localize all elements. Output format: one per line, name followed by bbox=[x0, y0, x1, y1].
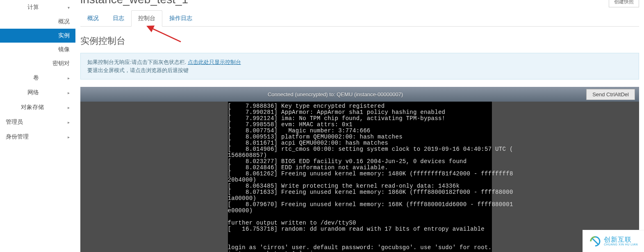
chevron-right-icon: ▸ bbox=[68, 135, 70, 139]
show-console-only-link[interactable]: 点击此处只显示控制台 bbox=[188, 59, 241, 65]
chevron-right-icon: ▸ bbox=[68, 76, 70, 80]
tabs: 概况 日志 控制台 操作日志 bbox=[80, 10, 639, 27]
section-title: 实例控制台 bbox=[80, 35, 639, 47]
tab-overview[interactable]: 概况 bbox=[80, 10, 106, 27]
send-ctrlaltdel-button[interactable]: Send CtrlAltDel bbox=[586, 89, 635, 100]
sidebar-group-compute[interactable]: 计算 ▾ bbox=[0, 0, 75, 15]
sidebar-item-network[interactable]: 网络 ▸ bbox=[0, 85, 75, 100]
chevron-right-icon: ▸ bbox=[68, 91, 70, 95]
tab-log[interactable]: 日志 bbox=[106, 10, 131, 27]
tab-console[interactable]: 控制台 bbox=[131, 10, 162, 27]
watermark-sub: CHUANG XIN HU LIAN bbox=[604, 243, 638, 246]
chevron-down-icon: ▾ bbox=[68, 5, 70, 10]
console: Connected (unencrypted) to: QEMU (instan… bbox=[80, 87, 639, 252]
watermark: 创新互联 CHUANG XIN HU LIAN bbox=[583, 230, 644, 252]
console-status-text: Connected (unencrypted) to: QEMU (instan… bbox=[84, 91, 586, 98]
terminal-output[interactable]: [ 7.988836] Key type encrypted registere… bbox=[228, 102, 492, 252]
page-title: instance_web_test_1 bbox=[80, 0, 188, 6]
info-line2: 要退出全屏模式，请点击浏览器的后退按键 bbox=[87, 66, 632, 75]
create-snapshot-button[interactable]: 创建快照 bbox=[609, 0, 639, 7]
watermark-logo-icon bbox=[589, 235, 601, 247]
sidebar-item-object-storage[interactable]: 对象存储 ▸ bbox=[0, 100, 75, 115]
main-content: instance_web_test_1 创建快照 概况 日志 控制台 操作日志 … bbox=[75, 0, 644, 252]
tab-action-log[interactable]: 操作日志 bbox=[162, 10, 199, 27]
sidebar-item-volumes[interactable]: 卷 ▸ bbox=[0, 70, 75, 85]
sidebar-item-images[interactable]: 镜像 bbox=[0, 43, 75, 57]
sidebar-item-keypairs[interactable]: 密钥对 bbox=[0, 57, 75, 70]
watermark-brand: 创新互联 bbox=[604, 236, 638, 243]
chevron-right-icon: ▸ bbox=[68, 120, 70, 125]
sidebar-item-admin[interactable]: 管理员 ▸ bbox=[0, 115, 75, 129]
sidebar-item-instances[interactable]: 实例 bbox=[0, 29, 75, 43]
info-line1-text: 如果控制台无响应:请点击下面灰色状态栏. bbox=[87, 59, 188, 65]
console-status-bar[interactable]: Connected (unencrypted) to: QEMU (instan… bbox=[80, 87, 639, 102]
sidebar-item-identity[interactable]: 身份管理 ▸ bbox=[0, 129, 75, 144]
chevron-right-icon: ▸ bbox=[68, 105, 70, 110]
console-body: [ 7.988836] Key type encrypted registere… bbox=[80, 102, 639, 252]
sidebar-label-compute: 计算 bbox=[6, 4, 68, 11]
sidebar: 计算 ▾ 概况 实例 镜像 密钥对 卷 ▸ 网络 ▸ 对象存储 ▸ 管理员 ▸ bbox=[0, 0, 75, 252]
svg-line-1 bbox=[592, 238, 598, 244]
info-box: 如果控制台无响应:请点击下面灰色状态栏. 点击此处只显示控制台 要退出全屏模式，… bbox=[80, 53, 639, 79]
sidebar-item-overview[interactable]: 概况 bbox=[0, 15, 75, 29]
